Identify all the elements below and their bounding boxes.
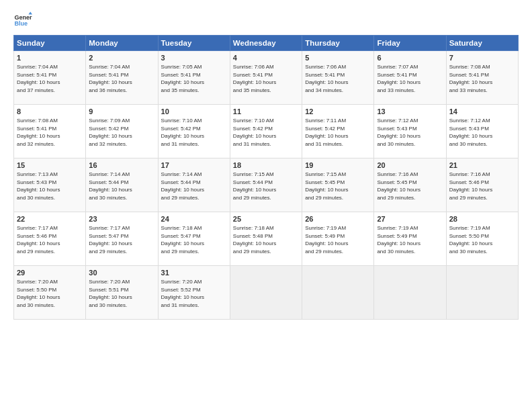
day-info: Sunrise: 7:06 AM Sunset: 5:41 PM Dayligh… [305, 63, 371, 94]
calendar-table: SundayMondayTuesdayWednesdayThursdayFrid… [13, 35, 519, 320]
calendar-cell: 20Sunrise: 7:16 AM Sunset: 5:45 PM Dayli… [374, 158, 446, 212]
day-number: 29 [17, 269, 83, 277]
calendar-cell: 27Sunrise: 7:19 AM Sunset: 5:49 PM Dayli… [374, 212, 446, 266]
calendar-cell [230, 266, 302, 320]
day-number: 26 [305, 215, 371, 223]
day-info: Sunrise: 7:19 AM Sunset: 5:50 PM Dayligh… [449, 224, 515, 255]
calendar-cell: 17Sunrise: 7:14 AM Sunset: 5:44 PM Dayli… [158, 158, 230, 212]
day-info: Sunrise: 7:17 AM Sunset: 5:46 PM Dayligh… [17, 224, 83, 255]
day-number: 19 [305, 161, 371, 169]
day-number: 30 [89, 269, 154, 277]
calendar-cell: 11Sunrise: 7:10 AM Sunset: 5:42 PM Dayli… [230, 105, 302, 158]
day-info: Sunrise: 7:20 AM Sunset: 5:50 PM Dayligh… [17, 278, 83, 309]
day-number: 22 [17, 215, 83, 223]
calendar-cell: 5Sunrise: 7:06 AM Sunset: 5:41 PM Daylig… [302, 51, 374, 105]
day-number: 16 [89, 161, 154, 169]
calendar-cell [302, 266, 374, 320]
day-number: 14 [449, 107, 515, 116]
day-number: 31 [161, 269, 227, 277]
day-number: 4 [233, 54, 299, 62]
calendar-cell [446, 266, 518, 320]
day-info: Sunrise: 7:17 AM Sunset: 5:47 PM Dayligh… [89, 224, 154, 255]
col-header-wednesday: Wednesday [230, 36, 302, 51]
svg-marker-2 [28, 11, 32, 14]
week-row-2: 8Sunrise: 7:08 AM Sunset: 5:41 PM Daylig… [14, 105, 519, 158]
day-info: Sunrise: 7:11 AM Sunset: 5:42 PM Dayligh… [305, 117, 371, 148]
calendar-page: General Blue SundayMondayTuesdayWednesda… [0, 0, 532, 411]
day-number: 7 [449, 54, 515, 62]
day-number: 12 [305, 107, 371, 116]
day-info: Sunrise: 7:18 AM Sunset: 5:48 PM Dayligh… [233, 224, 299, 255]
week-row-1: 1Sunrise: 7:04 AM Sunset: 5:41 PM Daylig… [14, 51, 519, 105]
day-number: 5 [305, 54, 371, 62]
calendar-cell: 8Sunrise: 7:08 AM Sunset: 5:41 PM Daylig… [14, 105, 86, 158]
day-info: Sunrise: 7:08 AM Sunset: 5:41 PM Dayligh… [449, 63, 515, 94]
day-number: 23 [89, 215, 154, 223]
day-info: Sunrise: 7:06 AM Sunset: 5:41 PM Dayligh… [233, 63, 299, 94]
day-info: Sunrise: 7:04 AM Sunset: 5:41 PM Dayligh… [17, 63, 83, 94]
col-header-saturday: Saturday [446, 36, 518, 51]
col-header-monday: Monday [86, 36, 158, 51]
day-info: Sunrise: 7:14 AM Sunset: 5:44 PM Dayligh… [89, 171, 154, 201]
day-info: Sunrise: 7:09 AM Sunset: 5:42 PM Dayligh… [89, 117, 154, 148]
header: General Blue [13, 11, 519, 30]
day-info: Sunrise: 7:19 AM Sunset: 5:49 PM Dayligh… [305, 224, 371, 255]
day-info: Sunrise: 7:14 AM Sunset: 5:44 PM Dayligh… [161, 171, 227, 201]
day-info: Sunrise: 7:16 AM Sunset: 5:46 PM Dayligh… [449, 171, 515, 201]
day-info: Sunrise: 7:08 AM Sunset: 5:41 PM Dayligh… [17, 117, 83, 148]
day-info: Sunrise: 7:05 AM Sunset: 5:41 PM Dayligh… [161, 63, 227, 94]
calendar-cell: 23Sunrise: 7:17 AM Sunset: 5:47 PM Dayli… [86, 212, 158, 266]
day-number: 21 [449, 161, 515, 169]
logo: General Blue [13, 11, 32, 30]
col-header-thursday: Thursday [302, 36, 374, 51]
day-info: Sunrise: 7:18 AM Sunset: 5:47 PM Dayligh… [161, 224, 227, 255]
col-header-tuesday: Tuesday [158, 36, 230, 51]
calendar-cell: 26Sunrise: 7:19 AM Sunset: 5:49 PM Dayli… [302, 212, 374, 266]
day-info: Sunrise: 7:07 AM Sunset: 5:41 PM Dayligh… [377, 63, 443, 94]
day-number: 6 [377, 54, 443, 62]
calendar-cell: 3Sunrise: 7:05 AM Sunset: 5:41 PM Daylig… [158, 51, 230, 105]
calendar-cell: 9Sunrise: 7:09 AM Sunset: 5:42 PM Daylig… [86, 105, 158, 158]
calendar-cell: 29Sunrise: 7:20 AM Sunset: 5:50 PM Dayli… [14, 266, 86, 320]
day-info: Sunrise: 7:15 AM Sunset: 5:45 PM Dayligh… [305, 171, 371, 201]
day-number: 20 [377, 161, 443, 169]
day-info: Sunrise: 7:04 AM Sunset: 5:41 PM Dayligh… [89, 63, 154, 94]
day-info: Sunrise: 7:12 AM Sunset: 5:43 PM Dayligh… [449, 117, 515, 148]
calendar-cell: 24Sunrise: 7:18 AM Sunset: 5:47 PM Dayli… [158, 212, 230, 266]
calendar-cell: 2Sunrise: 7:04 AM Sunset: 5:41 PM Daylig… [86, 51, 158, 105]
calendar-cell: 25Sunrise: 7:18 AM Sunset: 5:48 PM Dayli… [230, 212, 302, 266]
day-number: 11 [233, 107, 299, 116]
week-row-3: 15Sunrise: 7:13 AM Sunset: 5:43 PM Dayli… [14, 158, 519, 212]
calendar-cell: 19Sunrise: 7:15 AM Sunset: 5:45 PM Dayli… [302, 158, 374, 212]
calendar-cell: 6Sunrise: 7:07 AM Sunset: 5:41 PM Daylig… [374, 51, 446, 105]
day-number: 17 [161, 161, 227, 169]
day-number: 3 [161, 54, 227, 62]
logo-icon: General Blue [13, 11, 32, 30]
day-info: Sunrise: 7:10 AM Sunset: 5:42 PM Dayligh… [233, 117, 299, 148]
day-info: Sunrise: 7:15 AM Sunset: 5:44 PM Dayligh… [233, 171, 299, 201]
calendar-cell: 15Sunrise: 7:13 AM Sunset: 5:43 PM Dayli… [14, 158, 86, 212]
day-info: Sunrise: 7:20 AM Sunset: 5:52 PM Dayligh… [161, 278, 227, 309]
day-number: 2 [89, 54, 154, 62]
day-number: 25 [233, 215, 299, 223]
calendar-cell: 31Sunrise: 7:20 AM Sunset: 5:52 PM Dayli… [158, 266, 230, 320]
day-number: 27 [377, 215, 443, 223]
calendar-cell: 4Sunrise: 7:06 AM Sunset: 5:41 PM Daylig… [230, 51, 302, 105]
week-row-4: 22Sunrise: 7:17 AM Sunset: 5:46 PM Dayli… [14, 212, 519, 266]
day-info: Sunrise: 7:13 AM Sunset: 5:43 PM Dayligh… [17, 171, 83, 201]
day-number: 18 [233, 161, 299, 169]
calendar-cell: 30Sunrise: 7:20 AM Sunset: 5:51 PM Dayli… [86, 266, 158, 320]
day-number: 24 [161, 215, 227, 223]
day-number: 9 [89, 107, 154, 116]
day-number: 1 [17, 54, 83, 62]
col-header-sunday: Sunday [14, 36, 86, 51]
calendar-cell: 16Sunrise: 7:14 AM Sunset: 5:44 PM Dayli… [86, 158, 158, 212]
day-number: 8 [17, 107, 83, 116]
header-row: SundayMondayTuesdayWednesdayThursdayFrid… [14, 36, 519, 51]
calendar-cell [374, 266, 446, 320]
calendar-cell: 21Sunrise: 7:16 AM Sunset: 5:46 PM Dayli… [446, 158, 518, 212]
calendar-cell: 10Sunrise: 7:10 AM Sunset: 5:42 PM Dayli… [158, 105, 230, 158]
day-number: 28 [449, 215, 515, 223]
day-info: Sunrise: 7:12 AM Sunset: 5:43 PM Dayligh… [377, 117, 443, 148]
calendar-cell: 13Sunrise: 7:12 AM Sunset: 5:43 PM Dayli… [374, 105, 446, 158]
